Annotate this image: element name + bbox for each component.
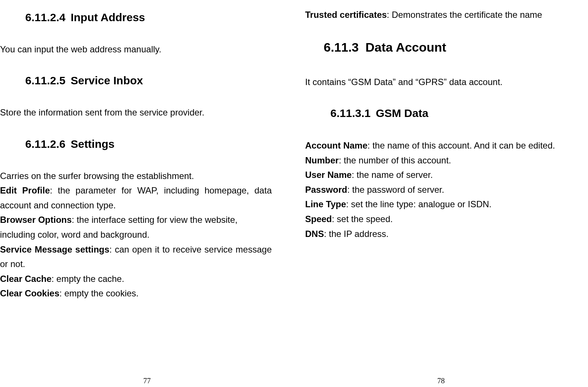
paragraph: You can input the web address manually. xyxy=(0,42,272,56)
page-number-left: 77 xyxy=(143,377,151,385)
definition-label: Speed xyxy=(305,214,332,224)
page-left: 6.11.2.4Input Address You can input the … xyxy=(0,7,294,387)
definition-label: Line Type xyxy=(305,199,346,209)
definition-label: Password xyxy=(305,185,347,195)
definition-label: Account Name xyxy=(305,140,368,150)
paragraph: Carries on the surfer browsing the estab… xyxy=(0,169,272,183)
definition-text: : set the speed. xyxy=(332,214,393,224)
definition-text: : set the line type: analogue or ISDN. xyxy=(346,199,492,209)
definition-text: : the number of this account. xyxy=(339,155,451,165)
page-right: Trusted certificates: Demonstrates the c… xyxy=(294,7,588,387)
heading-title: Settings xyxy=(70,138,114,150)
definition-label: Trusted certificates xyxy=(305,10,387,20)
definition-text: : empty the cache. xyxy=(52,274,124,284)
definition-speed: Speed: set the speed. xyxy=(305,212,588,227)
definition-account-name: Account Name: the name of this account. … xyxy=(305,138,588,153)
definition-number: Number: the number of this account. xyxy=(305,153,588,168)
definition-trusted-certificates: Trusted certificates: Demonstrates the c… xyxy=(305,7,588,22)
heading-title: Input Address xyxy=(70,11,145,23)
definition-label: Clear Cookies xyxy=(0,288,59,298)
heading-title: Data Account xyxy=(365,40,446,54)
heading-number: 6.11.2.4 xyxy=(25,11,65,23)
definition-edit-profile: Edit Profile: the parameter for WAP, inc… xyxy=(0,183,272,212)
heading-settings: 6.11.2.6Settings xyxy=(25,138,272,150)
definition-dns: DNS: the IP address. xyxy=(305,227,588,241)
heading-number: 6.11.2.5 xyxy=(25,74,65,87)
definition-label: Clear Cache xyxy=(0,274,52,284)
definition-password: Password: the password of server. xyxy=(305,182,588,197)
definition-clear-cookies: Clear Cookies: empty the cookies. xyxy=(0,286,272,301)
definition-line-type: Line Type: set the line type: analogue o… xyxy=(305,197,588,212)
heading-data-account: 6.11.3Data Account xyxy=(324,40,588,55)
definition-user-name: User Name: the name of server. xyxy=(305,168,588,182)
heading-input-address: 6.11.2.4Input Address xyxy=(25,11,272,24)
definition-clear-cache: Clear Cache: empty the cache. xyxy=(0,271,272,286)
heading-service-inbox: 6.11.2.5Service Inbox xyxy=(25,74,272,87)
definition-label: Browser Options xyxy=(0,215,72,225)
definition-text: : the IP address. xyxy=(324,229,388,239)
heading-number: 6.11.3.1 xyxy=(331,107,371,119)
heading-number: 6.11.3 xyxy=(324,40,359,54)
definition-text: : Demonstrates the certificate the name xyxy=(387,10,542,20)
definition-text: : the password of server. xyxy=(347,185,444,195)
heading-number: 6.11.2.6 xyxy=(25,138,65,150)
definition-label: Number xyxy=(305,155,339,165)
definition-service-message-settings: Service Message settings: can open it to… xyxy=(0,242,272,271)
page-number-right: 78 xyxy=(437,377,445,385)
paragraph: Store the information sent from the serv… xyxy=(0,105,272,120)
definition-label: User Name xyxy=(305,170,352,180)
definition-browser-options: Browser Options: the interface setting f… xyxy=(0,212,272,242)
definition-text: : the name of server. xyxy=(352,170,433,180)
definition-label: DNS xyxy=(305,229,324,239)
definition-label: Service Message settings xyxy=(0,244,109,254)
heading-title: Service Inbox xyxy=(70,74,143,87)
heading-title: GSM Data xyxy=(376,107,428,119)
definition-text: : the name of this account. And it can b… xyxy=(368,140,555,150)
definition-text: : empty the cookies. xyxy=(59,288,138,298)
paragraph: It contains “GSM Data” and “GPRS” data a… xyxy=(305,75,588,89)
definition-label: Edit Profile xyxy=(0,185,50,195)
heading-gsm-data: 6.11.3.1GSM Data xyxy=(331,107,588,120)
